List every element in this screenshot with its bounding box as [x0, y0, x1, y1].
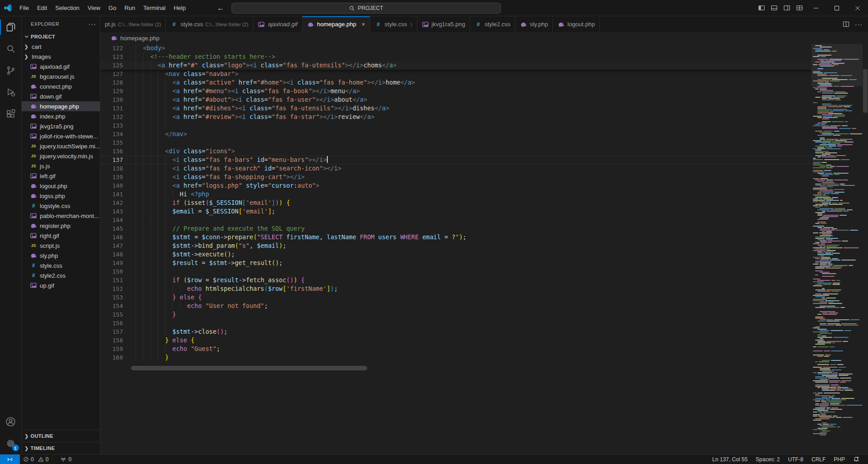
- file-item-right.gif[interactable]: right.gif: [22, 231, 100, 241]
- customize-layout-icon[interactable]: [793, 0, 806, 16]
- minimap-slider[interactable]: [811, 44, 863, 86]
- code-line-142[interactable]: 142 if (isset($_SESSION['email'])) {: [100, 199, 811, 207]
- code-line-160[interactable]: 160 }: [100, 353, 811, 362]
- notifications-bell-icon[interactable]: [849, 455, 863, 464]
- tab-homepage.php[interactable]: homepage.php×: [302, 16, 370, 32]
- status-php[interactable]: PHP: [830, 455, 849, 464]
- activity-source-control-icon[interactable]: [0, 60, 22, 81]
- file-item-pablo-merchan-mont...[interactable]: pablo-merchan-mont...: [22, 211, 100, 221]
- tab-logout.php[interactable]: logout.php: [553, 16, 600, 32]
- activity-search-icon[interactable]: [0, 38, 22, 60]
- file-item-style2.css[interactable]: #style2.css: [22, 270, 100, 280]
- code-line-149[interactable]: 149 $result = $stmt->get_result();: [100, 259, 811, 267]
- explorer-more-actions-icon[interactable]: ···: [89, 20, 96, 28]
- code-line-147[interactable]: 147 $stmt->bind_param("s", $email);: [100, 241, 811, 250]
- file-item-homepage.php[interactable]: homepage.php: [22, 101, 100, 111]
- scrollbar-track[interactable]: [863, 44, 868, 454]
- status-utf-8[interactable]: UTF-8: [784, 455, 807, 464]
- split-editor-icon[interactable]: [843, 21, 849, 28]
- code-line-151[interactable]: 151 if ($row = $result->fetch_assoc()) {: [100, 276, 811, 284]
- tab-style2.css[interactable]: #style2.css: [470, 16, 515, 32]
- project-section-header[interactable]: PROJECT: [22, 32, 100, 42]
- toggle-sidebar-icon[interactable]: [755, 0, 768, 16]
- editor-more-actions-icon[interactable]: ···: [855, 21, 863, 28]
- code-line-153[interactable]: 153 } else {: [100, 293, 811, 302]
- code-line-159[interactable]: 159 echo "Guest";: [100, 345, 811, 353]
- tab-style.css[interactable]: #style.cssC:\...\New folder (2): [166, 16, 253, 32]
- code-line-152[interactable]: 152 echo htmlspecialchars($row['firstNam…: [100, 284, 811, 293]
- maximize-button[interactable]: [826, 0, 847, 16]
- file-item-js.js[interactable]: JSjs.js: [22, 161, 100, 171]
- toggle-panel-icon[interactable]: [768, 0, 780, 16]
- menu-terminal[interactable]: Terminal: [139, 0, 170, 16]
- activity-explorer-icon[interactable]: [0, 16, 22, 38]
- menu-edit[interactable]: Edit: [33, 0, 51, 16]
- nav-back-icon[interactable]: ←: [217, 4, 224, 12]
- code-line-141[interactable]: 141 Hi <?php: [100, 190, 811, 199]
- code-line-137[interactable]: 137 <i class="fas fa-bars" id="menu-bars…: [100, 156, 811, 164]
- code-line-134[interactable]: 134 </nav>: [100, 130, 811, 138]
- vertical-scrollbar[interactable]: [863, 69, 868, 113]
- ports-indicator[interactable]: 0: [57, 455, 75, 464]
- menu-go[interactable]: Go: [104, 0, 120, 16]
- code-line-144[interactable]: 144: [100, 216, 811, 224]
- file-item-connect.php[interactable]: connect.php: [22, 81, 100, 91]
- file-item-bgcarousel.js[interactable]: JSbgcarousel.js: [22, 71, 100, 81]
- tab-pt.js[interactable]: pt.jsC:\...\New folder (2): [100, 16, 166, 32]
- code-line-138[interactable]: 138 <i class="fas fa-search" id="search-…: [100, 164, 811, 173]
- section-timeline[interactable]: ❯TIMELINE: [22, 442, 100, 454]
- remote-indicator[interactable]: [0, 455, 20, 464]
- file-item-logout.php[interactable]: logout.php: [22, 181, 100, 191]
- file-item-logss.php[interactable]: logss.php: [22, 191, 100, 201]
- file-item-up.gif[interactable]: up.gif: [22, 280, 100, 290]
- file-item-register.php[interactable]: register.php: [22, 221, 100, 231]
- status-ln-137-col-55[interactable]: Ln 137, Col 55: [708, 455, 752, 464]
- tab-jkvg1ra5.png[interactable]: jkvg1ra5.png: [417, 16, 470, 32]
- breadcrumb[interactable]: homepage.php: [100, 32, 868, 44]
- section-outline[interactable]: ❯OUTLINE: [22, 430, 100, 442]
- activity-extensions-icon[interactable]: [0, 103, 22, 125]
- code-line-140[interactable]: 140 <a href="logss.php" style="cursor:au…: [100, 181, 811, 190]
- code-line-146[interactable]: 146 $stmt = $conn->prepare("SELECT first…: [100, 233, 811, 241]
- settings-gear-icon[interactable]: 1: [0, 432, 22, 454]
- activity-run-debug-icon[interactable]: [0, 81, 22, 103]
- minimize-button[interactable]: [806, 0, 826, 16]
- tab-ajaxload.gif[interactable]: ajaxload.gif: [253, 16, 302, 32]
- code-line-143[interactable]: 143 $email = $_SESSION['email'];: [100, 207, 811, 216]
- code-area[interactable]: 122 <body>123 <!---header section starts…: [100, 44, 811, 454]
- file-item-jquery.velocity.min.js[interactable]: JSjquery.velocity.min.js: [22, 151, 100, 161]
- code-line-123[interactable]: 123 <!---header section starts here-->: [100, 52, 811, 61]
- code-line-129[interactable]: 129 <a href="#menu"><i class="fas fa-boo…: [100, 87, 811, 95]
- file-item-ajaxload.gif[interactable]: ajaxload.gif: [22, 62, 100, 71]
- code-line-157[interactable]: 157 $stmt->close();: [100, 327, 811, 336]
- code-line-132[interactable]: 132 <a href="#review"><i class="fas fa-s…: [100, 113, 811, 121]
- code-line-155[interactable]: 155 }: [100, 310, 811, 319]
- close-tab-icon[interactable]: ×: [362, 21, 365, 28]
- file-item-jquery.touchSwipe.mi...[interactable]: JSjquery.touchSwipe.mi...: [22, 141, 100, 151]
- code-line-135[interactable]: 135: [100, 138, 811, 147]
- menu-help[interactable]: Help: [170, 0, 190, 16]
- problems-indicator[interactable]: 0 0: [20, 455, 52, 464]
- file-item-left.gif[interactable]: left.gif: [22, 171, 100, 181]
- menu-run[interactable]: Run: [120, 0, 139, 16]
- file-item-logstyle.css[interactable]: #logstyle.css: [22, 201, 100, 211]
- file-item-jollof-rice-with-stewe...[interactable]: jollof-rice-with-stewe...: [22, 131, 100, 141]
- code-line-150[interactable]: 150: [100, 267, 811, 276]
- code-line-130[interactable]: 130 <a href="#about"><i class="fas fa-us…: [100, 95, 811, 104]
- horizontal-scrollbar[interactable]: [131, 366, 367, 370]
- file-item-index.php[interactable]: index.php: [22, 111, 100, 121]
- code-line-158[interactable]: 158 } else {: [100, 336, 811, 345]
- file-item-jkvg1ra5.png[interactable]: jkvg1ra5.png: [22, 121, 100, 131]
- menu-view[interactable]: View: [84, 0, 104, 16]
- file-item-Images[interactable]: ❯Images: [22, 52, 100, 62]
- file-item-style.css[interactable]: #style.css: [22, 260, 100, 270]
- command-center-search[interactable]: PROJECT: [231, 3, 501, 14]
- code-line-139[interactable]: 139 <i class="fas fa-shopping-cart"></i>: [100, 173, 811, 181]
- code-line-156[interactable]: 156: [100, 319, 811, 327]
- close-button[interactable]: [847, 0, 868, 16]
- code-line-154[interactable]: 154 echo "User not found";: [100, 302, 811, 310]
- tab-sly.php[interactable]: sly.php: [515, 16, 553, 32]
- code-line-145[interactable]: 145 // Prepare and execute the SQL query: [100, 224, 811, 233]
- file-item-cart[interactable]: ❯cart: [22, 42, 100, 52]
- account-icon[interactable]: [0, 411, 22, 432]
